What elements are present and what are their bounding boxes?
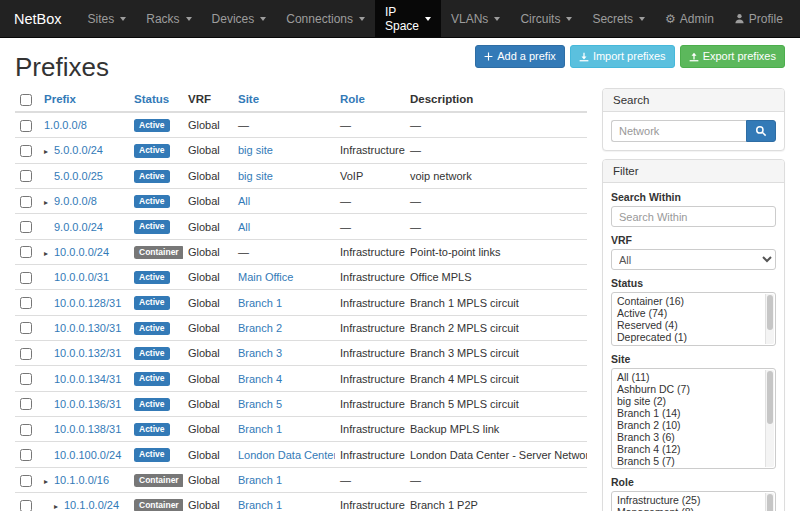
listbox-option[interactable]: Branch 4 (12) xyxy=(612,443,775,455)
export-prefixes-button[interactable]: Export prefixes xyxy=(680,45,785,68)
nav-secrets[interactable]: Secrets xyxy=(582,0,655,37)
listbox-option[interactable]: Branch 1 (14) xyxy=(612,407,775,419)
nav-connections[interactable]: Connections xyxy=(276,0,375,37)
brand-link[interactable]: NetBox xyxy=(14,0,62,37)
site-link[interactable]: London Data Center xyxy=(238,449,335,461)
listbox-option[interactable]: Branch 5 (7) xyxy=(612,455,775,467)
site-link[interactable]: All xyxy=(238,195,250,207)
column-header-role[interactable]: Role xyxy=(340,93,365,105)
site-link[interactable]: All xyxy=(238,221,250,233)
search-within-input[interactable] xyxy=(611,206,776,227)
listbox-option[interactable]: Infrastructure (25) xyxy=(612,494,775,506)
vrf-select[interactable]: All xyxy=(611,249,776,270)
row-checkbox[interactable] xyxy=(20,196,32,208)
select-all-checkbox[interactable] xyxy=(20,94,32,106)
column-header-status[interactable]: Status xyxy=(134,93,169,105)
site-link[interactable]: big site xyxy=(238,144,273,156)
site-link[interactable]: Branch 2 xyxy=(238,322,282,334)
row-checkbox[interactable] xyxy=(20,475,32,487)
prefix-link[interactable]: 10.0.0.132/31 xyxy=(54,347,121,359)
add-prefix-button[interactable]: Add a prefix xyxy=(475,45,565,68)
prefix-link[interactable]: 5.0.0.0/25 xyxy=(54,170,103,182)
role-listbox[interactable]: Infrastructure (25)Management (8)Private… xyxy=(611,491,776,511)
listbox-option[interactable]: big site (2) xyxy=(612,395,775,407)
prefix-link[interactable]: 10.0.0.128/31 xyxy=(54,297,121,309)
prefix-link[interactable]: 9.0.0.0/8 xyxy=(54,195,97,207)
nav-vlans[interactable]: VLANs xyxy=(441,0,510,37)
row-checkbox[interactable] xyxy=(20,297,32,309)
site-link[interactable]: big site xyxy=(238,170,273,182)
nav-circuits[interactable]: Circuits xyxy=(510,0,582,37)
row-checkbox[interactable] xyxy=(20,246,32,258)
site-link[interactable]: Branch 1 xyxy=(238,423,282,435)
site-link[interactable]: Branch 3 xyxy=(238,347,282,359)
row-checkbox[interactable] xyxy=(20,424,32,436)
row-checkbox[interactable] xyxy=(20,322,32,334)
row-checkbox[interactable] xyxy=(20,500,32,511)
prefix-link[interactable]: 10.0.0.0/24 xyxy=(54,246,109,258)
status-listbox[interactable]: Container (16)Active (74)Reserved (4)Dep… xyxy=(611,292,776,346)
prefix-link[interactable]: 10.0.0.134/31 xyxy=(54,373,121,385)
prefix-link[interactable]: 10.1.0.0/16 xyxy=(54,474,109,486)
scrollbar[interactable] xyxy=(765,493,774,511)
expand-arrow-icon[interactable]: ▸ xyxy=(44,477,54,486)
listbox-option[interactable]: All (11) xyxy=(612,371,775,383)
column-header-prefix[interactable]: Prefix xyxy=(44,93,76,105)
site-listbox[interactable]: All (11)Ashburn DC (7)big site (2)Branch… xyxy=(611,368,776,469)
column-header-site[interactable]: Site xyxy=(238,93,259,105)
site-link[interactable]: Branch 1 xyxy=(238,297,282,309)
row-checkbox[interactable] xyxy=(20,145,32,157)
site-link[interactable]: Branch 1 xyxy=(238,474,282,486)
listbox-option[interactable]: COLO 1 (4) xyxy=(612,467,775,469)
prefix-link[interactable]: 9.0.0.0/24 xyxy=(54,221,103,233)
row-checkbox[interactable] xyxy=(20,221,32,233)
expand-arrow-icon[interactable]: ▸ xyxy=(44,249,54,258)
prefix-link[interactable]: 1.0.0.0/8 xyxy=(44,119,87,131)
prefix-link[interactable]: 10.0.0.130/31 xyxy=(54,322,121,334)
prefix-link[interactable]: 10.0.100.0/24 xyxy=(54,449,121,461)
listbox-option[interactable]: Container (16) xyxy=(612,295,775,307)
row-checkbox[interactable] xyxy=(20,272,32,284)
listbox-option[interactable]: Ashburn DC (7) xyxy=(612,383,775,395)
listbox-option[interactable]: Deprecated (1) xyxy=(612,331,775,343)
nav-ip-space[interactable]: IP Space xyxy=(375,0,441,37)
expand-arrow-icon[interactable]: ▸ xyxy=(54,502,64,511)
nav-admin[interactable]: ⚙ Admin xyxy=(655,0,724,37)
expand-arrow-icon[interactable]: ▸ xyxy=(44,147,54,156)
listbox-option[interactable]: Management (8) xyxy=(612,506,775,511)
search-input[interactable] xyxy=(611,120,746,142)
import-prefixes-button[interactable]: Import prefixes xyxy=(570,45,675,68)
nav-devices[interactable]: Devices xyxy=(202,0,277,37)
nav-logout[interactable]: Log out xyxy=(793,0,800,37)
nav-sites[interactable]: Sites xyxy=(78,0,137,37)
scrollbar[interactable] xyxy=(765,370,774,467)
scrollbar-thumb[interactable] xyxy=(767,295,773,330)
scrollbar-thumb[interactable] xyxy=(767,494,773,511)
scrollbar[interactable] xyxy=(765,294,774,344)
listbox-option[interactable]: Branch 2 (10) xyxy=(612,419,775,431)
listbox-option[interactable]: Reserved (4) xyxy=(612,319,775,331)
prefix-link[interactable]: 5.0.0.0/24 xyxy=(54,144,103,156)
expand-arrow-icon[interactable]: ▸ xyxy=(44,198,54,207)
prefix-link[interactable]: 10.0.0.0/31 xyxy=(54,271,109,283)
row-checkbox[interactable] xyxy=(20,170,32,182)
row-checkbox[interactable] xyxy=(20,120,32,132)
listbox-option[interactable]: Branch 3 (6) xyxy=(612,431,775,443)
site-link[interactable]: Main Office xyxy=(238,271,293,283)
status-badge: Active xyxy=(134,423,170,436)
site-link[interactable]: Branch 1 xyxy=(238,499,282,511)
row-checkbox[interactable] xyxy=(20,398,32,410)
prefix-link[interactable]: 10.1.0.0/24 xyxy=(64,499,119,511)
row-checkbox[interactable] xyxy=(20,373,32,385)
search-button[interactable] xyxy=(746,120,776,142)
scrollbar-thumb[interactable] xyxy=(767,371,773,424)
prefix-link[interactable]: 10.0.0.138/31 xyxy=(54,423,121,435)
site-link[interactable]: Branch 4 xyxy=(238,373,282,385)
row-checkbox[interactable] xyxy=(20,449,32,461)
nav-profile[interactable]: Profile xyxy=(724,0,793,37)
row-checkbox[interactable] xyxy=(20,348,32,360)
site-link[interactable]: Branch 5 xyxy=(238,398,282,410)
nav-racks[interactable]: Racks xyxy=(136,0,201,37)
listbox-option[interactable]: Active (74) xyxy=(612,307,775,319)
prefix-link[interactable]: 10.0.0.136/31 xyxy=(54,398,121,410)
